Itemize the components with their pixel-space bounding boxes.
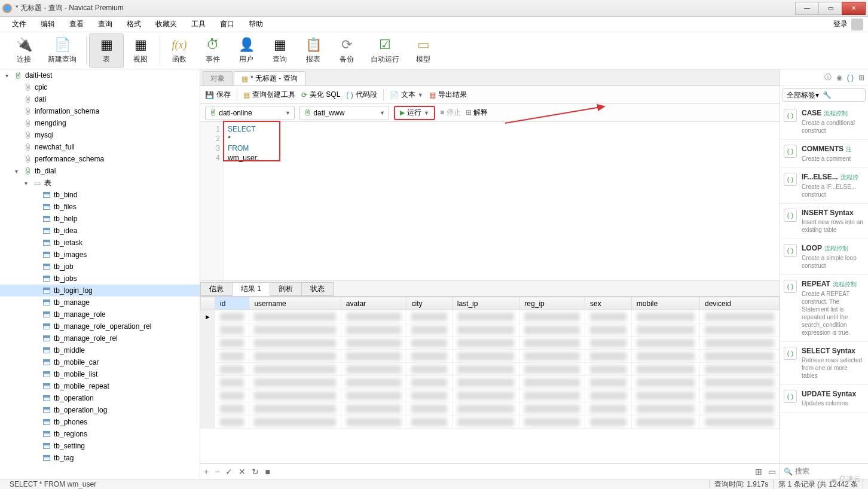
sql-code[interactable]: SELECT * FROM wm_user;	[224, 122, 262, 280]
grid-panel-icon[interactable]: ⊞	[858, 74, 864, 82]
col-avatar[interactable]: avatar	[341, 297, 407, 310]
minimize-button[interactable]: —	[795, 2, 819, 15]
tab-status[interactable]: 状态	[301, 282, 334, 296]
sql-editor[interactable]: 1234 SELECT * FROM wm_user;	[200, 122, 780, 281]
menu-view[interactable]: 查看	[62, 17, 91, 32]
tree-table-tb_tag[interactable]: tb_tag	[0, 452, 200, 464]
text-button[interactable]: 📄文本▼	[390, 90, 423, 100]
tree-db-cpic[interactable]: 🛢cpic	[0, 81, 200, 93]
tool-自动运行[interactable]: ☑自动运行	[363, 34, 407, 67]
save-button[interactable]: 💾保存	[205, 90, 231, 100]
tree-table-tb_login_log[interactable]: tb_login_log	[0, 285, 200, 297]
add-row-button[interactable]: +	[204, 467, 209, 476]
table-row[interactable]: ▶	[201, 310, 780, 323]
eye-icon[interactable]: ◉	[836, 74, 842, 82]
tool-视图[interactable]: ▦视图	[124, 34, 157, 67]
table-row[interactable]	[201, 402, 780, 415]
tab-objects[interactable]: 对象	[203, 71, 233, 85]
export-button[interactable]: ▦导出结果	[429, 90, 467, 100]
menu-tools[interactable]: 工具	[184, 17, 213, 32]
tree-tables-folder[interactable]: ▾表	[0, 177, 200, 189]
tree-db-mysql[interactable]: 🛢mysql	[0, 129, 200, 141]
menu-format[interactable]: 格式	[120, 17, 148, 32]
col-sex[interactable]: sex	[585, 297, 632, 310]
tool-模型[interactable]: ▭模型	[407, 34, 440, 67]
snippet-CASE[interactable]: ( )CASE 流程控制Create a conditional constru…	[780, 104, 868, 140]
tree-table-tb_idea[interactable]: tb_idea	[0, 225, 200, 237]
snippet-COMMENTS[interactable]: ( )COMMENTS 注Create a comment	[780, 140, 868, 168]
tree-table-tb_operation_log[interactable]: tb_operation_log	[0, 404, 200, 416]
menu-edit[interactable]: 编辑	[33, 17, 62, 32]
refresh-button[interactable]: ↻	[252, 467, 259, 476]
tree-db-dati[interactable]: 🛢dati	[0, 93, 200, 105]
tree-table-tb_bind[interactable]: tb_bind	[0, 189, 200, 201]
tree-table-tb_manage_role_rel[interactable]: tb_manage_role_rel	[0, 332, 200, 344]
tool-备份[interactable]: ⟳备份	[330, 34, 363, 67]
snippet-INSERT Syntax[interactable]: ( )INSERT Syntax Insert new rows into an…	[780, 204, 868, 239]
explain-button[interactable]: ⊞ 解释	[466, 108, 488, 118]
table-row[interactable]	[201, 389, 780, 402]
snippet-UPDATE Syntax[interactable]: ( )UPDATE Syntax Updates columns	[780, 385, 868, 412]
tab-query[interactable]: ▦ * 无标题 - 查询	[234, 71, 305, 85]
wrench-icon[interactable]: 🔧	[823, 91, 832, 99]
snippet-REPEAT[interactable]: ( )REPEAT 流程控制Create A REPEAT construct.…	[780, 275, 868, 342]
snippet-button[interactable]: ( )代码段	[346, 90, 377, 100]
tab-info[interactable]: 信息	[200, 282, 233, 296]
tree-table-tb_operation[interactable]: tb_operation	[0, 392, 200, 404]
tree-table-tb_phones[interactable]: tb_phones	[0, 416, 200, 428]
info-icon[interactable]: ⓘ	[824, 72, 832, 82]
col-deviceid[interactable]: deviceid	[699, 297, 779, 310]
connection-select[interactable]: 🛢 dati-online ▼	[205, 106, 295, 120]
table-row[interactable]	[201, 337, 780, 350]
tree-table-tb_mobile_list[interactable]: tb_mobile_list	[0, 368, 200, 380]
tree-db-tb_dial[interactable]: ▾🛢tb_dial	[0, 165, 200, 177]
snippet-SELECT Syntax[interactable]: ( )SELECT Syntax Retrieve rows selected …	[780, 342, 868, 385]
stop-load-button[interactable]: ■	[265, 467, 270, 476]
sidebar-tree[interactable]: ▾🛢daiti-test🛢cpic🛢dati🛢information_schem…	[0, 69, 200, 479]
tool-用户[interactable]: 👤用户	[230, 34, 263, 67]
delete-row-button[interactable]: −	[215, 467, 219, 476]
tree-table-tb_help[interactable]: tb_help	[0, 213, 200, 225]
col-last_ip[interactable]: last_ip	[452, 297, 519, 310]
menu-query[interactable]: 查询	[91, 17, 120, 32]
snippet-LOOP[interactable]: ( )LOOP 流程控制Create a simple loop constru…	[780, 239, 868, 275]
tag-filter-select[interactable]: 全部标签 ▾ 🔧	[783, 88, 866, 102]
tree-table-tb_regions[interactable]: tb_regions	[0, 428, 200, 440]
tool-函数[interactable]: f(x)函数	[163, 34, 196, 67]
col-city[interactable]: city	[407, 297, 452, 310]
builder-button[interactable]: ▦查询创建工具	[243, 90, 295, 100]
maximize-button[interactable]: ▭	[818, 2, 842, 15]
tree-table-tb_jobs[interactable]: tb_jobs	[0, 273, 200, 285]
tree-table-tb_mobile_repeat[interactable]: tb_mobile_repeat	[0, 380, 200, 392]
tree-table-tb_manage_role_operation_rel[interactable]: tb_manage_role_operation_rel	[0, 320, 200, 332]
tree-table-tb_mobile_car[interactable]: tb_mobile_car	[0, 356, 200, 368]
tree-table-tb_images[interactable]: tb_images	[0, 249, 200, 261]
run-button[interactable]: ▶ 运行 ▼	[394, 106, 435, 120]
tree-db-performance_schema[interactable]: 🛢performance_schema	[0, 153, 200, 165]
menu-file[interactable]: 文件	[5, 17, 33, 32]
table-row[interactable]	[201, 376, 780, 389]
beautify-button[interactable]: ⟳美化 SQL	[301, 90, 340, 100]
tree-table-tb_setting[interactable]: tb_setting	[0, 440, 200, 452]
menu-favorites[interactable]: 收藏夹	[148, 17, 184, 32]
tree-table-tb_job[interactable]: tb_job	[0, 261, 200, 273]
col-id[interactable]: id	[215, 297, 249, 310]
col-username[interactable]: username	[249, 297, 341, 310]
tree-table-tb_middle[interactable]: tb_middle	[0, 344, 200, 356]
login-area[interactable]: 登录	[833, 19, 863, 30]
form-view-icon[interactable]: ▭	[768, 467, 776, 476]
snippets-list[interactable]: ( )CASE 流程控制Create a conditional constru…	[780, 104, 868, 463]
tree-db-information_schema[interactable]: 🛢information_schema	[0, 105, 200, 117]
table-row[interactable]	[201, 415, 780, 429]
tree-connection[interactable]: ▾🛢daiti-test	[0, 69, 200, 81]
tool-事件[interactable]: ⏱事件	[196, 34, 230, 67]
tool-报表[interactable]: 📋报表	[297, 34, 330, 67]
menu-window[interactable]: 窗口	[213, 17, 242, 32]
col-mobile[interactable]: mobile	[631, 297, 699, 310]
result-grid[interactable]: idusernameavatarcitylast_ipreg_ipsexmobi…	[200, 297, 780, 463]
tree-table-tb_manage[interactable]: tb_manage	[0, 297, 200, 308]
commit-button[interactable]: ✓	[225, 467, 233, 476]
tree-table-tb_manage_role[interactable]: tb_manage_role	[0, 308, 200, 320]
grid-view-icon[interactable]: ⊞	[755, 467, 762, 476]
snippet-panel-icon[interactable]: ( )	[847, 74, 854, 82]
